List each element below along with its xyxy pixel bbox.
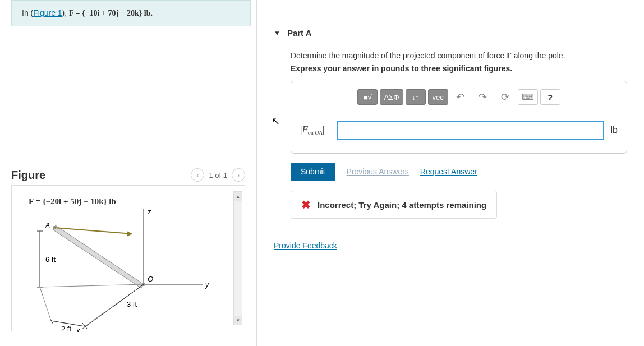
figure-diagram: z y x O A bbox=[29, 209, 214, 332]
feedback-text: Incorrect; Try Again; 4 attempts remaini… bbox=[318, 200, 486, 210]
dim-2ft: 2 ft bbox=[61, 325, 71, 332]
problem-statement: In (Figure 1), F = {−10i + 70j − 20k} lb… bbox=[11, 0, 251, 26]
figure-header: Figure ‹ 1 of 1 › bbox=[11, 168, 245, 186]
origin-label: O bbox=[148, 275, 153, 283]
greek-button[interactable]: ΑΣΦ bbox=[380, 89, 403, 105]
point-a-label: A bbox=[45, 222, 50, 229]
dim-6ft: 6 ft bbox=[45, 255, 56, 264]
instruction-text: Determine the magnitude of the projected… bbox=[291, 51, 507, 60]
redo-button[interactable]: ↷ bbox=[473, 89, 493, 105]
figure-next-button[interactable]: › bbox=[232, 168, 245, 182]
submit-row: Submit Previous Answers Request Answer bbox=[291, 163, 627, 181]
collapse-icon[interactable]: ▼ bbox=[274, 29, 280, 37]
provide-feedback-link[interactable]: Provide Feedback bbox=[274, 241, 337, 250]
answer-toolbar: ■√ ΑΣΦ ↓↑ vec ↶ ↷ ⟳ ⌨ ? bbox=[300, 89, 618, 105]
previous-answers-link[interactable]: Previous Answers bbox=[347, 167, 409, 176]
part-body: Determine the magnitude of the projected… bbox=[274, 51, 627, 250]
help-button[interactable]: ? bbox=[540, 89, 560, 105]
instruction-tail: along the pole. bbox=[512, 51, 565, 60]
part-header[interactable]: ▼ Part A bbox=[274, 28, 627, 38]
problem-suffix: ), bbox=[62, 8, 69, 17]
axis-y-label: y bbox=[205, 281, 209, 289]
left-panel: In (Figure 1), F = {−10i + 70j − 20k} lb… bbox=[0, 0, 257, 346]
problem-equation: F = {−10i + 70j − 20k} lb. bbox=[69, 9, 153, 17]
problem-prefix: In ( bbox=[22, 8, 33, 17]
dim-3ft: 3 ft bbox=[127, 300, 137, 308]
figure-link[interactable]: Figure 1 bbox=[33, 8, 62, 17]
scroll-down-icon[interactable]: ▾ bbox=[234, 316, 242, 325]
figure-scrollbar[interactable]: ▴ ▾ bbox=[233, 191, 242, 325]
subscript-button[interactable]: ↓↑ bbox=[406, 89, 426, 105]
answer-box: ■√ ΑΣΦ ↓↑ vec ↶ ↷ ⟳ ⌨ ? |Fon OA| = lb bbox=[291, 81, 627, 154]
instruction: Determine the magnitude of the projected… bbox=[291, 51, 627, 61]
figure-caption: F = {−20i + 50j − 10k} lb bbox=[29, 197, 250, 206]
templates-button[interactable]: ■√ bbox=[357, 89, 378, 105]
figure-section: Figure ‹ 1 of 1 › F = {−20i + 50j − 10k}… bbox=[11, 168, 245, 331]
instruction-f: F bbox=[507, 52, 512, 60]
instruction-bold: Express your answer in pounds to three s… bbox=[291, 64, 627, 73]
right-panel: ▼ Part A Determine the magnitude of the … bbox=[257, 0, 644, 346]
figure-title: Figure bbox=[11, 169, 45, 182]
request-answer-link[interactable]: Request Answer bbox=[420, 167, 477, 176]
figure-count: 1 of 1 bbox=[209, 171, 227, 179]
figure-prev-button[interactable]: ‹ bbox=[191, 168, 204, 182]
figure-nav: ‹ 1 of 1 › bbox=[191, 168, 245, 182]
axis-x-label: x bbox=[76, 327, 80, 332]
answer-label: |Fon OA| = bbox=[300, 124, 332, 136]
feedback-box: ✖ Incorrect; Try Again; 4 attempts remai… bbox=[291, 191, 497, 219]
figure-body: F = {−20i + 50j − 10k} lb z y x O bbox=[11, 186, 245, 331]
answer-row: |Fon OA| = lb bbox=[300, 121, 618, 140]
keyboard-button[interactable]: ⌨ bbox=[518, 89, 538, 105]
axis-z-label: z bbox=[147, 209, 151, 216]
answer-unit: lb bbox=[611, 125, 618, 135]
vector-button[interactable]: vec bbox=[428, 89, 448, 105]
submit-button[interactable]: Submit bbox=[291, 163, 335, 181]
reset-button[interactable]: ⟳ bbox=[495, 89, 516, 105]
part-title: Part A bbox=[287, 28, 312, 38]
answer-input[interactable] bbox=[337, 121, 604, 140]
incorrect-icon: ✖ bbox=[301, 198, 311, 211]
svg-marker-7 bbox=[127, 231, 132, 237]
undo-button[interactable]: ↶ bbox=[450, 89, 471, 105]
scroll-up-icon[interactable]: ▴ bbox=[234, 192, 242, 201]
